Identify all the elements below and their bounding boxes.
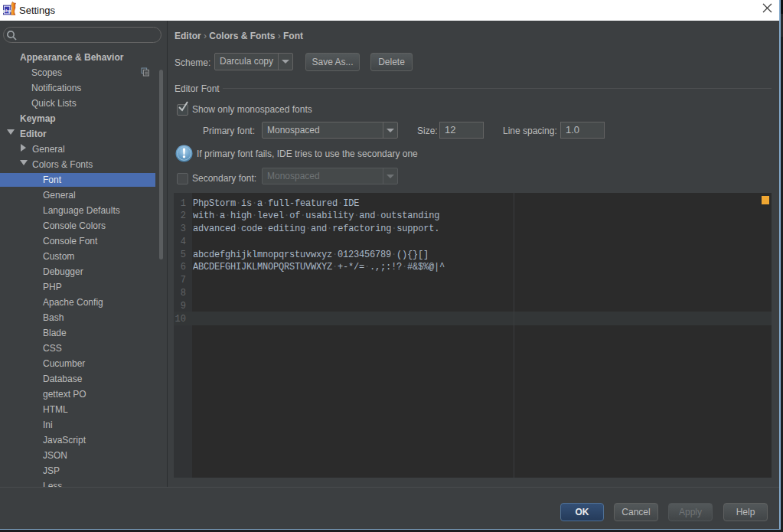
svg-text:php: php	[3, 8, 11, 13]
